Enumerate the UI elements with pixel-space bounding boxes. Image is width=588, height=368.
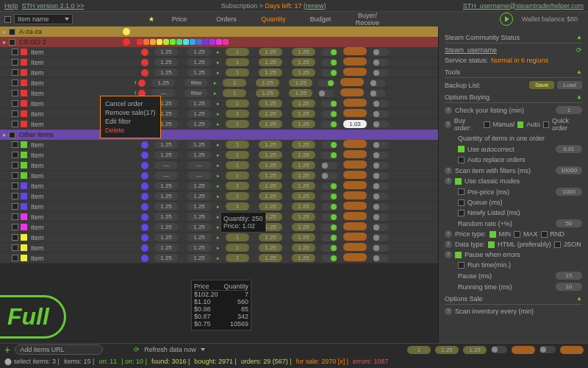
qty-cell[interactable]: 1 (226, 161, 249, 169)
price-cell[interactable]: — (154, 161, 178, 169)
row-toggle-1[interactable] (321, 69, 337, 77)
budget-cell[interactable]: 1.25 (259, 202, 282, 210)
row-checkbox[interactable] (12, 213, 18, 220)
group-header[interactable]: ▸ CS:GO 2 (0, 37, 438, 47)
budget-cell[interactable]: 1.25 (259, 48, 282, 56)
item-row[interactable]: Item 1.25 1.25 ▸ 1 1.25 1.25 (0, 243, 438, 253)
row-toggle-1[interactable] (321, 183, 337, 190)
item-row[interactable]: Item 1.25 1.25 ▸ 1 1.25 1.25 (0, 212, 438, 222)
qty-cell[interactable]: 1 (226, 48, 249, 56)
orders-cell[interactable]: 1.25 (187, 202, 211, 210)
row-checkbox[interactable] (12, 183, 18, 189)
qty-cell[interactable]: 1 (226, 171, 249, 180)
footer-orange-1[interactable] (512, 346, 535, 354)
qty-cell[interactable]: 1 (226, 110, 249, 118)
qty-cell[interactable]: 1 (226, 99, 249, 107)
row-toggle-2[interactable] (373, 213, 389, 221)
row-checkbox[interactable] (12, 69, 18, 76)
orders-cell[interactable]: — (187, 171, 211, 180)
row-dot[interactable] (141, 255, 148, 262)
qty-cell[interactable]: 1 (226, 141, 249, 149)
row-dot[interactable] (141, 141, 148, 149)
sell-cell[interactable] (340, 78, 364, 86)
footer-toggle-1[interactable] (491, 346, 507, 353)
qty-cell[interactable]: 1 (226, 151, 249, 159)
row-dot[interactable] (141, 224, 148, 231)
sell-cell[interactable] (343, 253, 367, 261)
sell-cell[interactable] (343, 243, 367, 251)
row-checkbox[interactable] (12, 162, 18, 169)
row-toggle-2[interactable] (370, 79, 386, 87)
price-cell[interactable]: 1.25 (154, 213, 178, 221)
row-dot[interactable] (141, 69, 148, 77)
min-checkbox[interactable] (490, 231, 496, 238)
row-checkbox[interactable] (12, 100, 18, 107)
row-toggle-2[interactable] (373, 121, 389, 128)
item-row[interactable]: Item 1.25 1.25 ▸ 1 1.25 1.25 (0, 150, 438, 160)
qty-cell[interactable]: 1 (226, 192, 249, 200)
row-toggle-2[interactable] (370, 90, 386, 97)
ctx-edit[interactable]: Edit filter (104, 117, 157, 126)
row-toggle-1[interactable] (321, 110, 337, 118)
qty-cell[interactable]: 1 (226, 244, 249, 252)
sell-cell[interactable] (343, 68, 367, 76)
row-toggle-2[interactable] (373, 110, 389, 118)
row-toggle-1[interactable] (321, 59, 337, 66)
budget-cell[interactable]: 1.25 (259, 233, 282, 241)
price-cell[interactable]: 1.25 (154, 254, 178, 262)
budget-cell[interactable]: 1.25 (259, 141, 282, 149)
row-dot[interactable] (141, 49, 148, 56)
item-row[interactable]: Item f 1.25 filter ▸ 1 1.25 1.25 (0, 78, 438, 88)
row-toggle-2[interactable] (373, 193, 389, 200)
budget-cell[interactable]: 1.25 (259, 161, 282, 169)
col-buyer[interactable]: Buyer (358, 12, 376, 19)
item-row[interactable]: Item — — ▸ 1 1.25 1.25 (0, 171, 438, 181)
ctx-cancel[interactable]: Cancel order (104, 99, 157, 108)
row-toggle-1[interactable] (321, 255, 337, 262)
quick-checkbox[interactable] (543, 121, 549, 128)
item-row[interactable]: Item 1.25 1.25 ▸ 1 1.25 1.25 1.03 (0, 119, 438, 130)
preprice-checkbox[interactable] (458, 188, 465, 195)
autocorrect-checkbox[interactable] (458, 146, 465, 152)
orders-cell[interactable]: 1.25 (187, 68, 211, 77)
qty-cell[interactable]: 1 (226, 202, 249, 210)
orders-cell[interactable]: 1.25 (187, 213, 211, 221)
footer-pill-3[interactable]: 1.25 (463, 346, 487, 354)
pause-input[interactable]: 15 (556, 272, 582, 280)
orders-cell[interactable]: 1.25 (187, 182, 211, 190)
price-cell[interactable]: 1.25 (154, 48, 178, 56)
renew-link[interactable]: (renew) (304, 2, 326, 10)
item-row[interactable]: Item 1.25 1.25 ▸ 1 1.25 1.25 (0, 233, 438, 243)
ctx-delete[interactable]: Delete (104, 126, 157, 135)
row-dot[interactable] (141, 203, 148, 210)
row-checkbox[interactable] (12, 255, 18, 261)
help-link[interactable]: Help (4, 2, 18, 10)
context-menu[interactable]: Cancel order Remove sale (17) Edit filte… (100, 96, 161, 138)
budget-cell[interactable]: 1.25 (259, 110, 282, 118)
buy-cell[interactable]: 1.25 (292, 58, 315, 66)
qty-cell[interactable]: 1 (226, 58, 249, 66)
col-orders[interactable]: Orders (204, 15, 248, 23)
ctx-remove[interactable]: Remove sale (17) (104, 108, 157, 117)
row-dot[interactable] (141, 162, 148, 169)
orders-cell[interactable]: 1.25 (187, 99, 211, 107)
buy-cell[interactable]: 1.25 (289, 89, 312, 97)
rt-input[interactable]: 10 (556, 283, 582, 291)
item-row[interactable]: Item 1.25 1.25 ▸ 1 1.25 1.25 (0, 191, 438, 202)
group-header[interactable]: ▸ A-za-za (0, 26, 438, 37)
help-icon[interactable]: ? (445, 107, 452, 114)
row-dot[interactable] (138, 79, 146, 87)
item-row[interactable]: Item 1.25 1.25 ▸ 1 1.25 1.25 (0, 222, 438, 233)
buy-cell[interactable]: 1.25 (292, 110, 315, 118)
budget-cell[interactable]: 1.25 (259, 244, 282, 252)
item-row[interactable]: Item — — ▸ 1 1.25 1.25 (0, 160, 438, 171)
sell-cell[interactable] (343, 222, 367, 230)
row-checkbox[interactable] (12, 59, 18, 66)
price-cell[interactable]: 1.25 (154, 202, 178, 210)
budget-cell[interactable]: 1.25 (259, 99, 282, 107)
add-icon[interactable]: + (4, 344, 10, 355)
expand-icon[interactable]: ▸ (3, 38, 7, 46)
item-row[interactable]: Item 1.25 1.25 ▸ 1 1.25 1.25 (0, 57, 438, 68)
max-checkbox[interactable] (514, 231, 520, 238)
sell-cell[interactable]: 1.03 (343, 120, 367, 128)
